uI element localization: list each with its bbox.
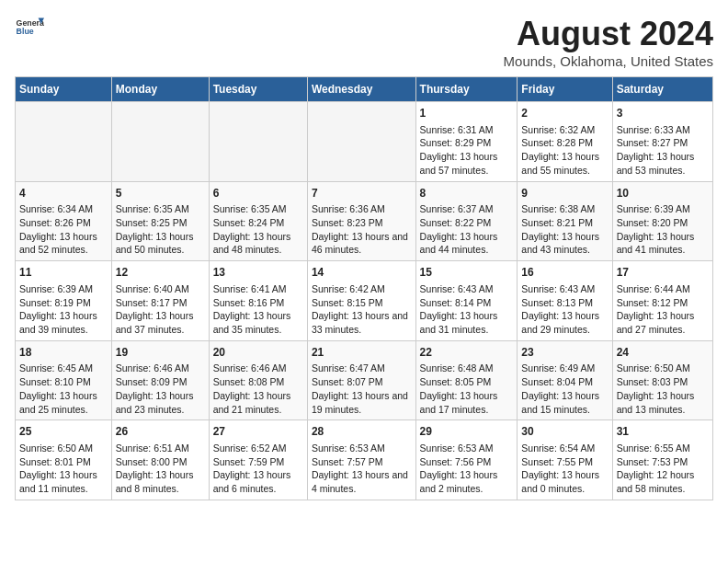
- sunrise-text: Sunrise: 6:50 AM: [617, 362, 690, 373]
- calendar-table: Sunday Monday Tuesday Wednesday Thursday…: [15, 76, 713, 500]
- sunrise-text: Sunrise: 6:52 AM: [213, 442, 287, 454]
- table-row: 18Sunrise: 6:45 AMSunset: 8:10 PMDayligh…: [16, 340, 112, 420]
- sunrise-text: Sunrise: 6:55 AM: [617, 442, 690, 454]
- sunrise-text: Sunrise: 6:43 AM: [420, 283, 494, 294]
- day-number: 20: [213, 345, 303, 361]
- day-number: 12: [116, 265, 205, 281]
- sunrise-text: Sunrise: 6:48 AM: [420, 362, 494, 373]
- daylight-text: Daylight: 13 hours and 50 minutes.: [116, 231, 194, 256]
- table-row: 19Sunrise: 6:46 AMSunset: 8:09 PMDayligh…: [111, 340, 209, 420]
- day-number: 29: [420, 424, 514, 440]
- sunrise-text: Sunrise: 6:34 AM: [19, 203, 93, 214]
- calendar-body: 1Sunrise: 6:31 AMSunset: 8:29 PMDaylight…: [16, 102, 713, 500]
- calendar-header: Sunday Monday Tuesday Wednesday Thursday…: [16, 77, 713, 102]
- daylight-text: Daylight: 13 hours and 37 minutes.: [116, 310, 194, 335]
- col-friday: Friday: [518, 77, 612, 102]
- sunrise-text: Sunrise: 6:32 AM: [521, 124, 595, 135]
- sunset-text: Sunset: 8:27 PM: [617, 137, 688, 148]
- sunset-text: Sunset: 8:21 PM: [521, 217, 593, 228]
- daylight-text: Daylight: 13 hours and 52 minutes.: [19, 231, 97, 256]
- day-number: 2: [521, 106, 608, 121]
- table-row: 31Sunrise: 6:55 AMSunset: 7:53 PMDayligh…: [612, 420, 712, 500]
- daylight-text: Daylight: 13 hours and 29 minutes.: [521, 310, 599, 335]
- day-number: 27: [213, 424, 303, 440]
- col-tuesday: Tuesday: [209, 77, 307, 102]
- col-thursday: Thursday: [415, 77, 518, 102]
- table-row: 28Sunrise: 6:53 AMSunset: 7:57 PMDayligh…: [307, 420, 415, 500]
- daylight-text: Daylight: 13 hours and 35 minutes.: [213, 310, 291, 335]
- day-number: 24: [617, 345, 709, 361]
- day-number: 11: [19, 265, 108, 281]
- sunset-text: Sunset: 7:57 PM: [312, 456, 383, 467]
- sunset-text: Sunset: 8:19 PM: [19, 297, 91, 308]
- day-number: 22: [420, 345, 514, 361]
- daylight-text: Daylight: 13 hours and 0 minutes.: [521, 469, 599, 494]
- sunset-text: Sunset: 7:53 PM: [617, 456, 688, 467]
- table-row: 20Sunrise: 6:46 AMSunset: 8:08 PMDayligh…: [209, 340, 307, 420]
- col-monday: Monday: [111, 77, 209, 102]
- table-row: 23Sunrise: 6:49 AMSunset: 8:04 PMDayligh…: [518, 340, 612, 420]
- daylight-text: Daylight: 13 hours and 6 minutes.: [213, 469, 291, 494]
- sunrise-text: Sunrise: 6:35 AM: [116, 203, 189, 214]
- sunrise-text: Sunrise: 6:46 AM: [213, 362, 287, 373]
- daylight-text: Daylight: 13 hours and 57 minutes.: [420, 151, 498, 176]
- day-number: 28: [312, 424, 412, 440]
- table-row: [111, 102, 209, 182]
- sunrise-text: Sunrise: 6:42 AM: [312, 283, 385, 294]
- sunset-text: Sunset: 8:08 PM: [213, 376, 285, 387]
- day-number: 13: [213, 265, 303, 281]
- table-row: 22Sunrise: 6:48 AMSunset: 8:05 PMDayligh…: [415, 340, 518, 420]
- table-row: 27Sunrise: 6:52 AMSunset: 7:59 PMDayligh…: [209, 420, 307, 500]
- sunrise-text: Sunrise: 6:43 AM: [521, 283, 595, 294]
- table-row: [307, 102, 415, 182]
- day-number: 14: [312, 265, 412, 281]
- day-number: 26: [116, 424, 205, 440]
- logo: General Blue: [15, 15, 44, 40]
- sunset-text: Sunset: 8:14 PM: [420, 297, 492, 308]
- table-row: 26Sunrise: 6:51 AMSunset: 8:00 PMDayligh…: [111, 420, 209, 500]
- svg-text:Blue: Blue: [17, 27, 34, 36]
- table-row: 12Sunrise: 6:40 AMSunset: 8:17 PMDayligh…: [111, 261, 209, 341]
- sunset-text: Sunset: 8:04 PM: [521, 376, 593, 387]
- day-number: 7: [312, 186, 412, 201]
- sunrise-text: Sunrise: 6:51 AM: [116, 442, 189, 454]
- sunset-text: Sunset: 8:12 PM: [617, 297, 688, 308]
- sunset-text: Sunset: 8:25 PM: [116, 217, 188, 228]
- daylight-text: Daylight: 13 hours and 4 minutes.: [312, 469, 408, 494]
- sunset-text: Sunset: 8:20 PM: [617, 217, 688, 228]
- day-number: 3: [617, 106, 709, 121]
- table-row: 8Sunrise: 6:37 AMSunset: 8:22 PMDaylight…: [415, 181, 518, 261]
- table-row: 5Sunrise: 6:35 AMSunset: 8:25 PMDaylight…: [111, 181, 209, 261]
- sunrise-text: Sunrise: 6:44 AM: [617, 283, 690, 294]
- sunrise-text: Sunrise: 6:39 AM: [19, 283, 93, 294]
- sunrise-text: Sunrise: 6:36 AM: [312, 203, 385, 214]
- sunrise-text: Sunrise: 6:33 AM: [617, 124, 690, 135]
- day-number: 18: [19, 345, 108, 361]
- daylight-text: Daylight: 13 hours and 17 minutes.: [420, 390, 498, 415]
- daylight-text: Daylight: 13 hours and 48 minutes.: [213, 231, 291, 256]
- daylight-text: Daylight: 13 hours and 15 minutes.: [521, 390, 599, 415]
- day-number: 15: [420, 265, 514, 281]
- day-number: 25: [19, 424, 108, 440]
- sunset-text: Sunset: 8:28 PM: [521, 137, 593, 148]
- sunset-text: Sunset: 8:13 PM: [521, 297, 593, 308]
- sunset-text: Sunset: 8:16 PM: [213, 297, 285, 308]
- day-number: 21: [312, 345, 412, 361]
- day-number: 17: [617, 265, 709, 281]
- sunrise-text: Sunrise: 6:40 AM: [116, 283, 189, 294]
- sunset-text: Sunset: 8:00 PM: [116, 456, 188, 467]
- table-row: 25Sunrise: 6:50 AMSunset: 8:01 PMDayligh…: [16, 420, 112, 500]
- daylight-text: Daylight: 13 hours and 11 minutes.: [19, 469, 97, 494]
- sunrise-text: Sunrise: 6:49 AM: [521, 362, 595, 373]
- day-number: 16: [521, 265, 608, 281]
- sunrise-text: Sunrise: 6:54 AM: [521, 442, 595, 454]
- sunset-text: Sunset: 8:10 PM: [19, 376, 91, 387]
- sunrise-text: Sunrise: 6:35 AM: [213, 203, 287, 214]
- sunrise-text: Sunrise: 6:39 AM: [617, 203, 690, 214]
- sunset-text: Sunset: 7:59 PM: [213, 456, 285, 467]
- daylight-text: Daylight: 13 hours and 55 minutes.: [521, 151, 599, 176]
- table-row: 11Sunrise: 6:39 AMSunset: 8:19 PMDayligh…: [16, 261, 112, 341]
- sunset-text: Sunset: 8:09 PM: [116, 376, 188, 387]
- daylight-text: Daylight: 13 hours and 19 minutes.: [312, 390, 408, 415]
- day-number: 4: [19, 186, 108, 201]
